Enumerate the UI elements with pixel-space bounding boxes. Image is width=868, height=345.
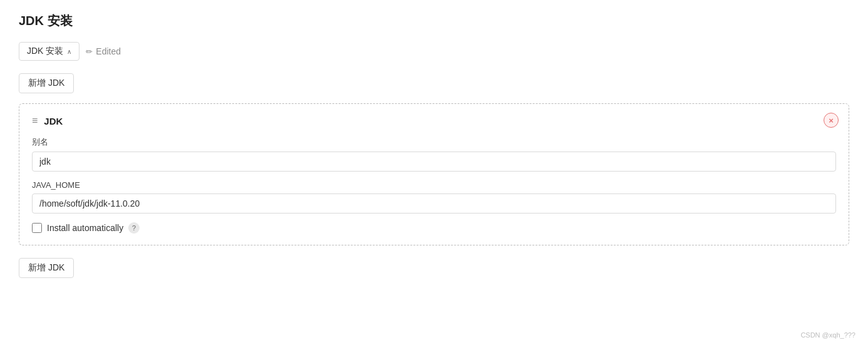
card-title: JDK [44, 116, 63, 126]
install-auto-label: Install automatically [47, 223, 123, 233]
java-home-input[interactable] [32, 193, 836, 214]
java-home-field-group: JAVA_HOME [32, 180, 836, 214]
help-icon[interactable]: ? [128, 222, 140, 234]
page-container: JDK 安装 JDK 安装 ∧ ✏ Edited 新增 JDK ≡ JDK × … [0, 0, 868, 345]
close-card-button[interactable]: × [824, 113, 839, 128]
edited-status: ✏ Edited [86, 46, 121, 56]
alias-label: 别名 [32, 136, 836, 148]
alias-input[interactable] [32, 152, 836, 172]
card-header: ≡ JDK [32, 115, 836, 126]
jdk-card: ≡ JDK × 别名 JAVA_HOME Install automatical… [19, 103, 849, 245]
breadcrumb-label: JDK 安装 [27, 46, 63, 57]
breadcrumb-row: JDK 安装 ∧ ✏ Edited [19, 42, 849, 61]
edited-text: Edited [96, 46, 121, 56]
add-jdk-button-bottom[interactable]: 新增 JDK [19, 258, 74, 278]
page-title: JDK 安装 [19, 13, 849, 29]
pencil-icon: ✏ [86, 47, 93, 56]
install-auto-checkbox[interactable] [32, 223, 42, 233]
content-area: 新增 JDK ≡ JDK × 别名 JAVA_HOME Install auto… [19, 73, 849, 288]
alias-field-group: 别名 [32, 136, 836, 172]
breadcrumb-button[interactable]: JDK 安装 ∧ [19, 42, 79, 61]
install-auto-row: Install automatically ? [32, 222, 836, 234]
add-jdk-button-top[interactable]: 新增 JDK [19, 73, 74, 93]
drag-icon[interactable]: ≡ [32, 115, 38, 126]
chevron-up-icon: ∧ [67, 48, 71, 55]
watermark: CSDN @xqh_??? [800, 331, 855, 339]
java-home-label: JAVA_HOME [32, 180, 836, 190]
